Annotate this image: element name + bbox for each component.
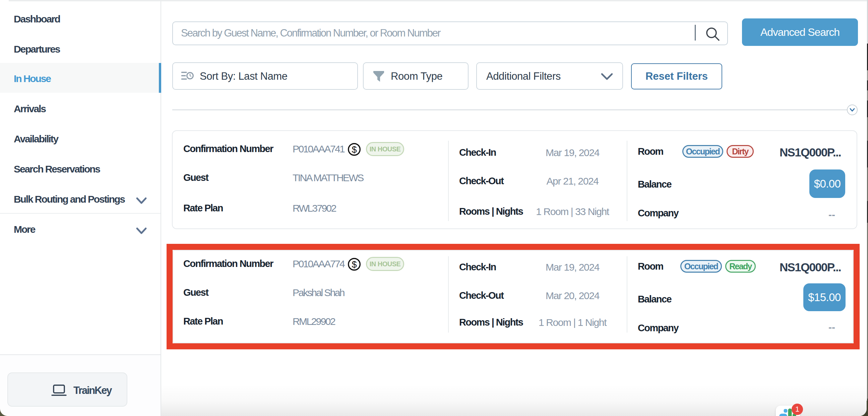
svg-text:$: $ [351,260,356,269]
svg-text:$: $ [351,145,356,155]
